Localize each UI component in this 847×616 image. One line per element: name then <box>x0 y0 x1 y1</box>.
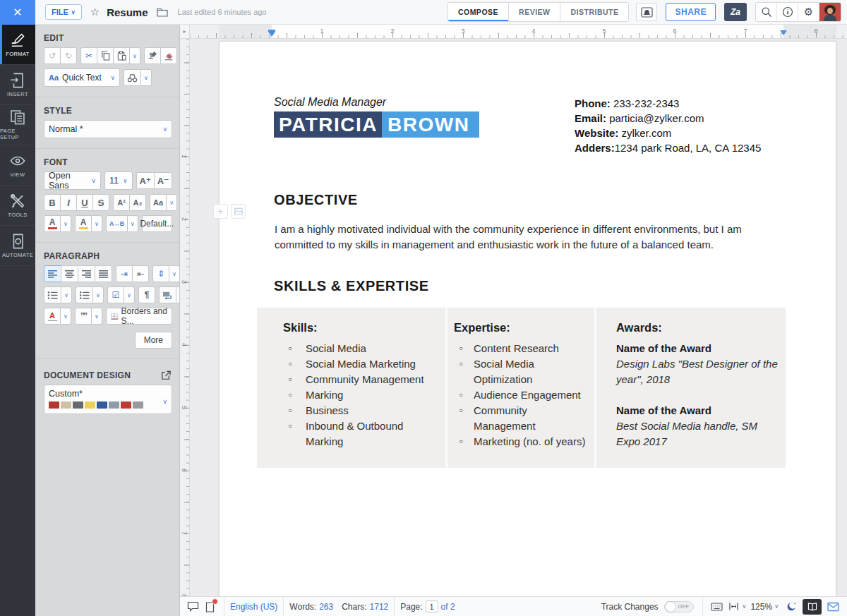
line-spacing-button[interactable]: ⇕ <box>152 265 169 282</box>
open-design-gallery-icon[interactable] <box>161 370 171 380</box>
settings-button[interactable]: ⚙ <box>798 3 819 21</box>
font-size-dropdown[interactable]: 11 ∨ <box>104 171 133 190</box>
insert-here-button[interactable]: + <box>213 204 228 219</box>
undo-button[interactable]: ↺ <box>44 47 61 64</box>
highlight-color-button[interactable]: A <box>75 215 92 232</box>
rail-item-page-setup[interactable]: PAGE SETUP <box>0 105 35 145</box>
numbered-list-button[interactable] <box>76 286 93 303</box>
chevron-down-icon[interactable]: ∨ <box>743 603 747 610</box>
clear-formatting-button[interactable] <box>160 47 177 64</box>
char-count[interactable]: Chars: 1712 <box>342 602 388 612</box>
objective-paragraph[interactable]: I am a highly motivated individual with … <box>275 222 786 253</box>
subscript-button[interactable]: A₂ <box>129 194 146 211</box>
quote-dropdown[interactable]: ∨ <box>91 308 102 325</box>
font-color-button[interactable]: A <box>44 215 61 232</box>
align-left-button[interactable] <box>44 265 61 282</box>
file-menu-button[interactable]: FILE ∨ <box>45 4 82 20</box>
line-spacing-dropdown[interactable]: ∨ <box>169 265 180 282</box>
more-paragraph-options-button[interactable]: More <box>135 332 172 349</box>
bold-button[interactable]: B <box>44 194 61 211</box>
rail-item-automate[interactable]: AUTOMATE <box>0 226 35 266</box>
horizontal-ruler[interactable]: 12345678 <box>190 25 847 39</box>
document-title[interactable]: Resume <box>107 6 148 18</box>
word-count[interactable]: Words: 263 <box>289 602 333 612</box>
paragraph-style-dropdown[interactable]: Normal * ∨ <box>44 120 172 138</box>
justify-button[interactable] <box>95 265 112 282</box>
align-right-button[interactable] <box>78 265 95 282</box>
paste-options-dropdown[interactable]: ∨ <box>129 47 140 64</box>
dropcap-dropdown[interactable]: ∨ <box>60 308 71 325</box>
contact-block[interactable]: Phone: 233-232-2343 Email: particia@zylk… <box>575 96 786 155</box>
document-canvas[interactable]: Social Media Manager PATRICIABROWN Phone… <box>190 39 847 596</box>
document-page[interactable]: Social Media Manager PATRICIABROWN Phone… <box>219 41 836 596</box>
tab-distribute[interactable]: DISTRIBUTE <box>560 3 628 21</box>
checklist-button[interactable]: ☑ <box>107 286 124 303</box>
redo-button[interactable]: ↻ <box>60 47 77 64</box>
quote-button[interactable]: ”” <box>75 308 92 325</box>
change-case-dropdown[interactable]: ∨ <box>166 194 177 211</box>
bullet-list-button[interactable] <box>44 286 61 303</box>
character-spacing-button[interactable]: A↔B <box>106 215 128 232</box>
search-button[interactable] <box>756 3 777 21</box>
strikethrough-button[interactable]: S <box>92 194 109 211</box>
right-indent-marker[interactable] <box>780 30 787 35</box>
account-button[interactable] <box>819 3 841 21</box>
rail-item-insert[interactable]: INSERT <box>0 65 35 105</box>
increase-indent-button[interactable]: ⇥ <box>116 265 133 282</box>
document-info-button[interactable] <box>201 598 218 615</box>
font-color-dropdown[interactable]: ∨ <box>60 215 71 232</box>
language-selector[interactable]: English (US) <box>230 602 277 612</box>
close-document-button[interactable]: ✕ <box>0 0 35 25</box>
zoom-control[interactable]: 125% ∨ <box>750 602 779 612</box>
numbered-list-dropdown[interactable]: ∨ <box>92 286 104 303</box>
job-title-text[interactable]: Social Media Manager <box>274 96 479 109</box>
borders-shading-button[interactable]: Borders and S... <box>106 308 172 325</box>
italic-button[interactable]: I <box>60 194 77 211</box>
current-page-input[interactable]: 1 <box>426 600 438 612</box>
text-wrap-button[interactable] <box>159 286 176 303</box>
tab-review[interactable]: REVIEW <box>509 3 560 21</box>
feedback-button[interactable] <box>824 598 841 615</box>
cut-button[interactable]: ✂ <box>80 47 97 64</box>
font-family-dropdown[interactable]: Open Sans ∨ <box>44 171 101 190</box>
reader-view-button[interactable] <box>803 599 822 615</box>
rail-item-tools[interactable]: TOOLS <box>0 186 35 226</box>
dropcap-button[interactable]: A <box>44 308 61 325</box>
fit-page-button[interactable] <box>726 598 743 615</box>
bullet-list-dropdown[interactable]: ∨ <box>61 286 72 303</box>
share-button[interactable]: SHARE <box>666 3 716 21</box>
night-mode-button[interactable] <box>783 598 800 615</box>
align-center-button[interactable] <box>61 265 78 282</box>
text-wrap-dropdown[interactable]: ∨ <box>176 286 180 303</box>
folder-icon[interactable] <box>157 7 168 17</box>
insert-image-button[interactable] <box>231 204 246 219</box>
format-painter-button[interactable] <box>144 47 161 64</box>
zia-assistant-button[interactable]: Za <box>724 3 747 21</box>
paste-button[interactable] <box>113 47 130 64</box>
document-design-dropdown[interactable]: Custom* ∨ <box>44 385 172 414</box>
rail-item-format[interactable]: FORMAT <box>0 25 35 65</box>
tab-compose[interactable]: COMPOSE <box>448 3 509 21</box>
rail-item-view[interactable]: VIEW <box>0 145 35 186</box>
skills-table[interactable]: Skills: Social MediaSocial Media Marketi… <box>257 308 786 468</box>
skills-heading[interactable]: SKILLS & EXPERTISE <box>274 278 836 294</box>
superscript-button[interactable]: A² <box>113 194 130 211</box>
ruler-collapse-button[interactable]: ▸ <box>180 25 190 39</box>
find-replace-button[interactable] <box>124 69 141 86</box>
info-button[interactable] <box>777 3 798 21</box>
candidate-name[interactable]: PATRICIABROWN <box>274 114 479 136</box>
vertical-ruler[interactable]: 12345678 <box>180 39 190 596</box>
objective-heading[interactable]: OBJECTIVE <box>274 192 836 208</box>
decrease-indent-button[interactable]: ⇤ <box>132 265 149 282</box>
copy-button[interactable] <box>97 47 114 64</box>
track-changes-toggle[interactable]: OFF <box>664 601 694 612</box>
comments-button[interactable] <box>184 598 201 615</box>
increase-font-size-button[interactable]: A⁺ <box>136 172 155 189</box>
quick-text-dropdown[interactable]: Aa Quick Text ∨ <box>44 68 120 87</box>
change-case-button[interactable]: Aa <box>150 194 167 211</box>
formatting-marks-button[interactable]: ¶ <box>138 286 155 303</box>
find-options-dropdown[interactable]: ∨ <box>140 69 152 86</box>
notification-settings-button[interactable] <box>636 3 657 21</box>
checklist-dropdown[interactable]: ∨ <box>124 286 135 303</box>
left-indent-marker[interactable] <box>268 32 275 37</box>
